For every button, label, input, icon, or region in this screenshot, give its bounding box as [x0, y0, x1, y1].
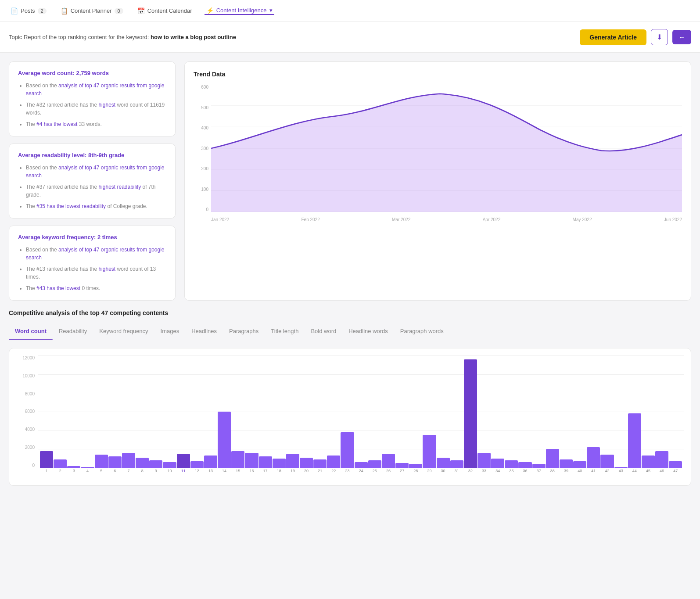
link-6[interactable]: #35 has the lowest readability — [36, 203, 106, 209]
link-5[interactable]: highest readability — [98, 184, 141, 190]
bar-24[interactable] — [355, 462, 368, 468]
content-planner-badge: 0 — [115, 8, 123, 14]
bar-45[interactable] — [642, 456, 655, 468]
bar-chart-container: 12000 10000 8000 6000 4000 2000 0 — [9, 348, 691, 486]
bar-14[interactable] — [218, 412, 231, 468]
bar-19[interactable] — [286, 454, 299, 468]
bar-4[interactable] — [81, 467, 94, 468]
bar-47[interactable] — [669, 461, 682, 468]
nav-posts[interactable]: 📄 Posts 2 — [9, 7, 48, 14]
link-1[interactable]: analysis of top 47 organic results from … — [26, 82, 165, 97]
bar-2[interactable] — [54, 459, 67, 468]
bar-3[interactable] — [67, 466, 80, 468]
x-label-37: 37 — [532, 469, 546, 478]
nav-content-intelligence[interactable]: ⚡ Content Intelligence ▾ — [205, 7, 274, 15]
bar-item-8 — [136, 355, 149, 468]
tab-images[interactable]: Images — [154, 323, 186, 339]
link-9[interactable]: #43 has the lowest — [36, 285, 80, 291]
bar-43[interactable] — [614, 467, 628, 468]
nav-content-planner[interactable]: 📋 Content Planner 0 — [59, 7, 125, 14]
bar-29[interactable] — [423, 435, 436, 468]
content-intelligence-icon: ⚡ — [206, 7, 214, 14]
bar-46[interactable] — [655, 451, 668, 468]
x-label-35: 35 — [505, 469, 518, 478]
link-4[interactable]: analysis of top 47 organic results from … — [26, 165, 165, 179]
bar-26[interactable] — [382, 454, 395, 468]
bar-31[interactable] — [450, 460, 463, 468]
competitive-section: Competitive analysis of the top 47 compe… — [0, 309, 700, 495]
bar-23[interactable] — [341, 432, 354, 468]
nav-content-intelligence-label: Content Intelligence — [216, 7, 267, 14]
bar-item-43 — [614, 355, 628, 468]
tab-title-length[interactable]: Title length — [265, 323, 305, 339]
tab-keyword-frequency[interactable]: Keyword frequency — [93, 323, 154, 339]
keyword-freq-bullets: Based on the analysis of top 47 organic … — [18, 246, 166, 292]
bar-11[interactable] — [177, 454, 190, 468]
bar-9[interactable] — [149, 460, 162, 468]
bar-33[interactable] — [477, 453, 491, 468]
bar-item-16 — [245, 355, 258, 468]
y-label-500: 500 — [201, 105, 208, 110]
bar-42[interactable] — [600, 455, 614, 468]
x-label-mar: Mar 2022 — [392, 217, 410, 222]
bar-30[interactable] — [437, 458, 450, 468]
readability-label: Average readability level: — [18, 152, 86, 158]
keyword-freq-bullet-2: The #13 ranked article has the highest w… — [26, 265, 166, 281]
bar-item-15 — [231, 355, 244, 468]
bar-1[interactable] — [40, 451, 53, 468]
bar-37[interactable] — [532, 464, 546, 468]
keyword-text: how to write a blog post outline — [151, 34, 236, 40]
bar-chart-y-axis: 12000 10000 8000 6000 4000 2000 0 — [16, 355, 38, 478]
tab-paragraph-words[interactable]: Paragraph words — [394, 323, 450, 339]
bar-25[interactable] — [368, 460, 381, 468]
bar-34[interactable] — [491, 459, 504, 468]
tab-word-count[interactable]: Word count — [9, 323, 53, 339]
bar-y-10000: 10000 — [22, 373, 35, 378]
bar-5[interactable] — [95, 455, 108, 468]
tab-paragraphs[interactable]: Paragraphs — [223, 323, 265, 339]
bar-18[interactable] — [273, 459, 286, 468]
bar-item-27 — [395, 355, 409, 468]
word-count-bullet-3: The #4 has the lowest 33 words. — [26, 120, 166, 128]
bar-6[interactable] — [108, 456, 122, 468]
bar-39[interactable] — [560, 459, 573, 468]
download-button[interactable]: ⬇ — [651, 29, 668, 45]
link-8[interactable]: highest — [98, 266, 115, 272]
bar-13[interactable] — [204, 456, 217, 468]
tab-bold-word[interactable]: Bold word — [305, 323, 342, 339]
bar-8[interactable] — [136, 458, 149, 468]
word-count-card: Average word count: 2,759 words Based on… — [9, 61, 176, 136]
bar-22[interactable] — [327, 456, 340, 468]
bar-7[interactable] — [122, 453, 135, 468]
tab-headlines[interactable]: Headlines — [185, 323, 223, 339]
bar-12[interactable] — [190, 461, 204, 468]
bar-15[interactable] — [231, 451, 244, 468]
bar-y-0: 0 — [32, 463, 35, 468]
tab-readability[interactable]: Readability — [53, 323, 93, 339]
bar-41[interactable] — [587, 447, 600, 468]
bar-38[interactable] — [546, 449, 559, 468]
bar-10[interactable] — [163, 462, 176, 468]
x-label-16: 16 — [245, 469, 258, 478]
bar-20[interactable] — [300, 458, 313, 468]
generate-article-button[interactable]: Generate Article — [580, 29, 646, 45]
bar-32[interactable] — [464, 359, 477, 468]
bar-17[interactable] — [259, 456, 272, 468]
bar-35[interactable] — [505, 460, 518, 468]
link-7[interactable]: analysis of top 47 organic results from … — [26, 247, 165, 261]
x-label-feb: Feb 2022 — [301, 217, 319, 222]
nav-content-calendar[interactable]: 📅 Content Calendar — [136, 7, 194, 14]
bar-21[interactable] — [313, 459, 327, 468]
bar-36[interactable] — [518, 462, 531, 468]
bar-40[interactable] — [573, 461, 586, 468]
stats-cards: Average word count: 2,759 words Based on… — [9, 61, 176, 301]
back-button[interactable]: ← — [672, 30, 691, 44]
bar-44[interactable] — [628, 413, 641, 468]
bar-28[interactable] — [409, 464, 422, 468]
bar-16[interactable] — [245, 453, 258, 468]
bar-27[interactable] — [395, 463, 409, 468]
bar-item-14 — [218, 355, 231, 468]
link-3[interactable]: #4 has the lowest — [36, 121, 77, 127]
tab-headline-words[interactable]: Headline words — [342, 323, 394, 339]
link-2[interactable]: highest — [98, 102, 115, 108]
